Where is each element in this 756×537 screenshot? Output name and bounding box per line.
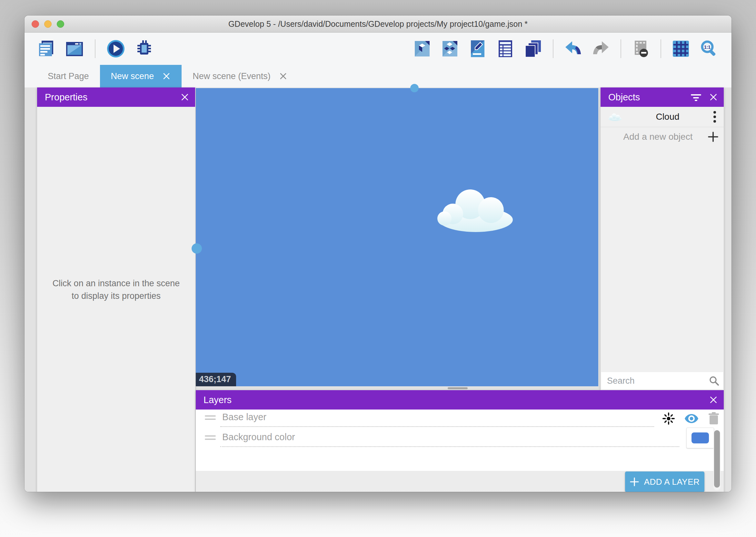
undo-icon: [564, 41, 582, 57]
objects-panel-icon: [413, 40, 431, 58]
properties-edit-icon[interactable]: [468, 37, 488, 60]
layers-panel-icon[interactable]: [523, 37, 543, 60]
main-toolbar: 1:1: [24, 33, 732, 65]
zoom-1-1-icon[interactable]: 1:1: [699, 37, 719, 60]
undo-icon[interactable]: [563, 37, 583, 60]
layers-footer: ADD A LAYER ADD LIGHTING LAYER: [196, 471, 724, 492]
project-manager-icon[interactable]: [36, 37, 56, 60]
object-search-input[interactable]: [601, 372, 723, 390]
render-mask-icon[interactable]: [631, 37, 651, 60]
objects-panel-header: Objects: [601, 87, 724, 107]
scene-preview-icon[interactable]: [64, 37, 85, 60]
objects-panel-icon[interactable]: [412, 37, 432, 60]
plus-icon: [702, 131, 724, 142]
debug-icon[interactable]: [134, 37, 154, 60]
layers-scrollbar-track: [713, 430, 721, 490]
plus-icon: [630, 477, 639, 486]
object-list-item-cloud[interactable]: Cloud: [601, 107, 724, 127]
object-groups-icon[interactable]: [440, 37, 460, 60]
lighting-icon[interactable]: [662, 412, 675, 425]
play-icon: [106, 39, 125, 58]
redo-icon[interactable]: [591, 37, 611, 60]
toolbar-divider: [661, 39, 661, 58]
debug-icon: [135, 40, 154, 58]
canvas-horizontal-scrollbar[interactable]: [448, 387, 468, 389]
close-objects-icon[interactable]: [706, 90, 721, 104]
render-mask-icon: [632, 40, 650, 58]
object-search: [601, 372, 723, 390]
properties-panel-title: Properties: [45, 92, 88, 103]
close-tab-icon[interactable]: [279, 72, 287, 80]
tab-label: New scene: [111, 71, 154, 81]
scene-scroll-handle-left[interactable]: [192, 243, 202, 254]
layers-panel: Layers Base layer: [196, 390, 724, 492]
object-name: Cloud: [629, 112, 706, 122]
tab-new-scene[interactable]: New scene: [100, 65, 182, 87]
search-icon: [709, 376, 719, 387]
filter-icon[interactable]: [689, 90, 703, 104]
properties-panel-body: Click on an instance in the scene to dis…: [37, 107, 195, 492]
tab-bar: Start Page New scene New scene (Events): [24, 65, 732, 87]
add-layer-button[interactable]: ADD A LAYER: [625, 472, 704, 492]
title-bar: GDevelop 5 - /Users/david/Documents/GDev…: [24, 16, 732, 33]
properties-panel: Properties Click on an instance in the s…: [37, 87, 195, 492]
instances-list-icon: [498, 40, 513, 58]
objects-panel-title: Objects: [608, 92, 640, 103]
layers-panel-header: Layers: [196, 390, 724, 409]
tab-label: Start Page: [48, 71, 89, 81]
properties-panel-header: Properties: [37, 87, 195, 107]
layers-list: Base layer: [196, 409, 724, 492]
toolbar-divider: [553, 39, 553, 58]
cursor-coordinates-badge: 436;147: [196, 373, 236, 386]
tab-start-page[interactable]: Start Page: [37, 65, 100, 87]
add-layer-label: ADD A LAYER: [644, 477, 700, 487]
add-new-object-label: Add a new object: [601, 132, 702, 142]
scene-editor-area: 436;147: [196, 87, 598, 390]
scene-canvas[interactable]: 436;147: [196, 88, 598, 386]
layers-panel-title: Layers: [204, 395, 232, 405]
redo-icon: [592, 41, 610, 57]
layer-name-field[interactable]: Base layer: [220, 412, 654, 427]
svg-text:1:1: 1:1: [704, 45, 710, 50]
zoom-1-1-icon: 1:1: [699, 40, 718, 58]
app-window: GDevelop 5 - /Users/david/Documents/GDev…: [24, 16, 732, 492]
project-manager-icon: [38, 40, 55, 58]
properties-edit-icon: [470, 40, 485, 58]
objects-panel: Objects: [601, 87, 724, 390]
object-groups-icon: [441, 40, 459, 58]
window-title: GDevelop 5 - /Users/david/Documents/GDev…: [24, 20, 732, 29]
desktop-background: GDevelop 5 - /Users/david/Documents/GDev…: [0, 0, 756, 537]
scene-scroll-handle-top[interactable]: [410, 84, 419, 92]
tab-label: New scene (Events): [193, 71, 271, 81]
toolbar-divider: [621, 39, 621, 58]
layers-scrollbar-thumb[interactable]: [714, 430, 720, 488]
properties-hint-text: Click on an instance in the scene to dis…: [37, 277, 195, 302]
instances-list-icon[interactable]: [495, 37, 515, 60]
cloud-instance[interactable]: [432, 184, 519, 234]
grid-icon: [672, 40, 690, 58]
toolbar-divider: [95, 39, 95, 58]
drag-handle-icon[interactable]: [205, 434, 216, 442]
object-menu-kebab-icon[interactable]: [706, 111, 724, 123]
play-icon[interactable]: [106, 37, 126, 60]
add-new-object-button[interactable]: Add a new object: [601, 127, 724, 146]
delete-trash-icon[interactable]: [708, 412, 719, 425]
layer-name-field[interactable]: Background color: [220, 432, 679, 447]
grid-icon[interactable]: [671, 37, 691, 60]
drag-handle-icon[interactable]: [205, 413, 216, 422]
scene-window-icon: [65, 41, 84, 57]
background-color-swatch: [692, 433, 709, 443]
close-properties-icon[interactable]: [178, 90, 192, 104]
editor-main-area: Properties Click on an instance in the s…: [24, 87, 732, 492]
tab-new-scene-events[interactable]: New scene (Events): [182, 65, 298, 87]
close-tab-icon[interactable]: [162, 72, 170, 80]
background-color-picker[interactable]: [686, 428, 714, 448]
layer-row-base: Base layer: [196, 409, 724, 430]
layer-row-background: Background color: [196, 430, 724, 450]
cloud-thumbnail-icon: [601, 112, 629, 122]
layers-panel-icon: [524, 40, 542, 58]
visibility-eye-icon[interactable]: [684, 414, 699, 423]
close-layers-icon[interactable]: [706, 393, 721, 407]
